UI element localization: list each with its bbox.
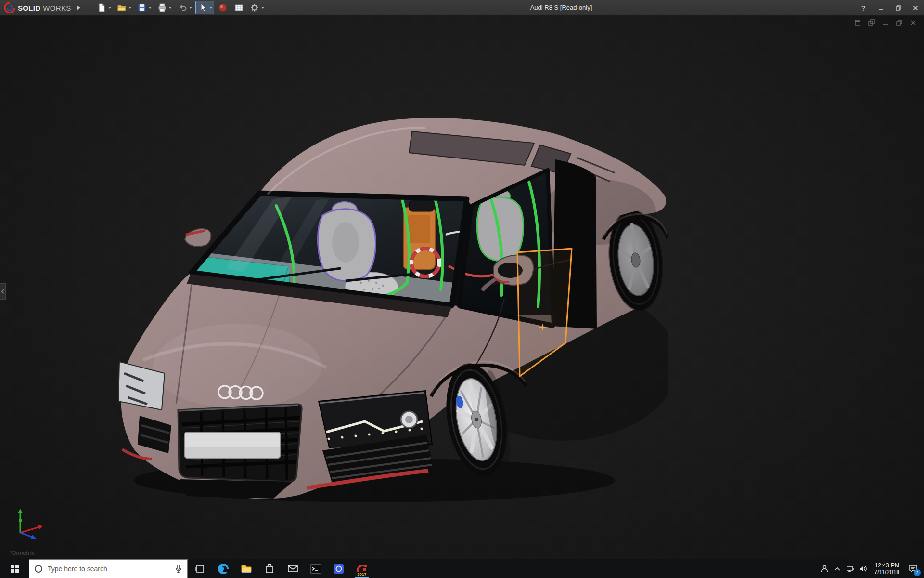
- edge-icon: [217, 563, 230, 575]
- taskbar: 2017: [0, 559, 924, 578]
- file-explorer-button[interactable]: [235, 559, 258, 578]
- notification-badge: 2: [914, 569, 921, 576]
- viewport-3d[interactable]: *Dimetric: [0, 15, 924, 559]
- titlebar: SOLIDWORKS: [0, 0, 924, 16]
- document-window-controls: [853, 19, 918, 26]
- console-button[interactable]: [304, 559, 327, 578]
- car-model-audi-r8[interactable]: [115, 113, 668, 504]
- main-toolbar: [94, 1, 266, 14]
- doc-window-icon[interactable]: [867, 19, 876, 26]
- people-icon: [821, 565, 829, 573]
- console-icon: [309, 563, 322, 575]
- people-button[interactable]: [818, 559, 831, 578]
- taskbar-clock[interactable]: 12:43 PM 7/11/2018: [870, 562, 904, 576]
- print-button[interactable]: [155, 1, 174, 14]
- toolbar-flyout-button[interactable]: [75, 1, 83, 14]
- dropdown-caret-icon: [169, 7, 172, 9]
- screen: SOLIDWORKS: [0, 0, 924, 578]
- restore-button[interactable]: [889, 0, 907, 15]
- new-document-icon: [96, 2, 107, 13]
- windows-logo-icon: [11, 565, 19, 573]
- minimize-button[interactable]: [872, 0, 889, 15]
- microphone-icon[interactable]: [175, 565, 182, 573]
- appearance-button[interactable]: [216, 1, 230, 14]
- select-cursor-icon: [197, 2, 208, 13]
- dropdown-caret-icon: [189, 7, 192, 9]
- table-grid-icon: [233, 2, 244, 13]
- solidworks-logo: SOLIDWORKS: [0, 2, 71, 13]
- save-button[interactable]: [135, 1, 154, 14]
- help-button[interactable]: ?: [855, 0, 872, 15]
- store-button[interactable]: [258, 559, 281, 578]
- options-button[interactable]: [247, 1, 266, 14]
- doc-minimize-icon[interactable]: [881, 19, 890, 26]
- blue-app-icon: [333, 563, 345, 575]
- doc-restore-icon[interactable]: [895, 19, 904, 26]
- gear-icon: [249, 2, 260, 13]
- start-button[interactable]: [0, 559, 29, 578]
- rearview-mirror: [409, 201, 434, 211]
- print-icon: [157, 2, 167, 13]
- select-tool-button[interactable]: [195, 1, 214, 14]
- window-title: Audi R8 S [Read-only]: [530, 0, 592, 15]
- taskbar-search[interactable]: [29, 559, 188, 578]
- search-input[interactable]: [47, 565, 171, 573]
- network-icon: [846, 565, 855, 573]
- new-document-button[interactable]: [94, 1, 113, 14]
- chevron-up-icon: [834, 566, 841, 571]
- mail-button[interactable]: [281, 559, 304, 578]
- solidworks-app-button[interactable]: 2017: [350, 559, 373, 578]
- system-tray: 12:43 PM 7/11/2018 2: [818, 559, 924, 578]
- edge-button[interactable]: [212, 559, 235, 578]
- dropdown-caret-icon: [108, 7, 111, 9]
- minimize-icon: [878, 5, 884, 11]
- chevron-left-icon: [1, 289, 4, 294]
- open-folder-icon: [116, 2, 127, 13]
- store-icon: [264, 563, 275, 575]
- volume-button[interactable]: [857, 559, 870, 578]
- undo-arrow-icon: [177, 2, 188, 13]
- mail-icon: [287, 563, 299, 575]
- task-view-button[interactable]: [189, 559, 212, 578]
- orientation-triad: [13, 505, 48, 540]
- doc-window-icon[interactable]: [853, 19, 862, 26]
- window-controls: ?: [855, 0, 924, 15]
- feature-panel-collapse-arrow[interactable]: [0, 283, 6, 300]
- view-orientation-label: *Dimetric: [10, 550, 35, 556]
- brand-text-bold: SOLID: [18, 4, 40, 12]
- open-document-button[interactable]: [115, 1, 133, 14]
- network-button[interactable]: [844, 559, 857, 578]
- file-explorer-icon: [240, 563, 253, 575]
- restore-icon: [895, 5, 901, 11]
- undo-button[interactable]: [175, 1, 194, 14]
- clock-time: 12:43 PM: [874, 562, 900, 569]
- save-floppy-icon: [137, 2, 147, 13]
- solidworks-year-label: 2017: [358, 572, 367, 577]
- red-sphere-icon: [218, 2, 228, 13]
- dropdown-caret-icon: [128, 7, 131, 9]
- dropdown-caret-icon: [261, 7, 264, 9]
- brand-text-light: WORKS: [43, 4, 71, 12]
- speaker-icon: [859, 565, 868, 573]
- cortana-circle-icon: [34, 565, 43, 573]
- task-view-icon: [194, 563, 206, 575]
- side-mirror-left[interactable]: [185, 229, 211, 247]
- clock-date: 7/11/2018: [874, 569, 900, 576]
- doc-close-icon[interactable]: [909, 19, 918, 26]
- close-button[interactable]: [907, 0, 924, 15]
- front-grille[interactable]: [178, 404, 302, 482]
- taskbar-apps: 2017: [189, 559, 373, 578]
- close-icon: [912, 5, 919, 11]
- blue-app-button[interactable]: [327, 559, 350, 578]
- action-center-button[interactable]: 2: [904, 559, 922, 578]
- ds-logo-icon: [4, 2, 15, 13]
- design-table-button[interactable]: [231, 1, 246, 14]
- dropdown-caret-icon: [209, 7, 212, 9]
- tray-overflow-button[interactable]: [831, 559, 844, 578]
- dropdown-caret-icon: [149, 7, 152, 9]
- flyout-arrow-icon: [77, 5, 80, 10]
